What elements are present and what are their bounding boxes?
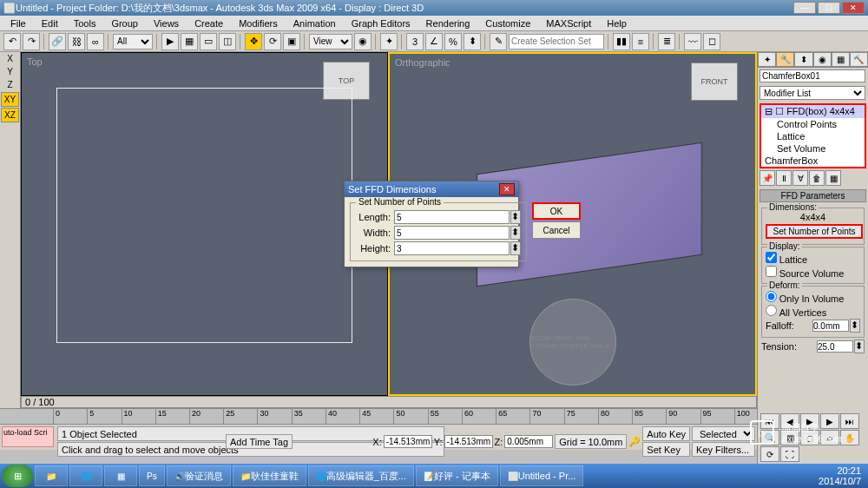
align-button[interactable]: ≡: [632, 33, 649, 50]
menu-views[interactable]: Views: [147, 16, 186, 30]
axis-x[interactable]: X: [0, 52, 20, 65]
stack-chamferbox[interactable]: ChamferBox: [761, 155, 865, 167]
ok-button[interactable]: OK: [532, 202, 581, 220]
axis-xz[interactable]: XZ: [1, 108, 19, 122]
taskbar-browser-icon[interactable]: 🌐: [69, 465, 102, 486]
configure-sets-icon[interactable]: ▦: [825, 170, 841, 186]
axis-y[interactable]: Y: [0, 65, 20, 78]
navigation-wheel[interactable]: ZOOM ORBIT PAN REWIND CENTER WALK: [529, 299, 616, 386]
bind-button[interactable]: ∞: [87, 33, 104, 50]
viewcube-front[interactable]: FRONT: [691, 63, 738, 101]
goto-end-button[interactable]: ⏭: [840, 413, 859, 429]
stack-lattice[interactable]: Lattice: [761, 130, 865, 142]
object-name-field[interactable]: [760, 69, 865, 82]
height-input[interactable]: [394, 241, 510, 255]
key-mode-select[interactable]: Selected: [692, 426, 755, 441]
add-time-tag[interactable]: Add Time Tag: [226, 434, 293, 449]
menu-graph-editors[interactable]: Graph Editors: [345, 16, 418, 30]
select-scale-button[interactable]: ▣: [283, 33, 300, 50]
select-rotate-button[interactable]: ⟳: [264, 33, 281, 50]
key-filters-button[interactable]: Key Filters...: [692, 442, 755, 457]
taskbar-item-4[interactable]: 📝 好评 - 记事本: [416, 465, 498, 486]
taskbar-explorer-icon[interactable]: 📁: [35, 465, 68, 486]
undo-button[interactable]: ↶: [3, 33, 21, 50]
menu-edit[interactable]: Edit: [35, 16, 65, 30]
manipulate-button[interactable]: ✦: [380, 33, 398, 50]
axis-xy[interactable]: XY: [1, 92, 19, 107]
display-tab[interactable]: ▦: [832, 52, 850, 67]
taskbar-photoshop[interactable]: Ps: [139, 465, 165, 486]
pin-stack-icon[interactable]: 📌: [760, 170, 775, 186]
close-button[interactable]: ✕: [842, 2, 865, 14]
stack-set-volume[interactable]: Set Volume: [761, 142, 865, 155]
taskbar-item-2[interactable]: 📁 耿佳佳童鞋: [233, 465, 306, 486]
pivot-center-button[interactable]: ◉: [354, 33, 372, 50]
select-region-button[interactable]: ▭: [200, 33, 217, 50]
length-input[interactable]: [394, 210, 510, 224]
angle-snap-button[interactable]: ∠: [425, 33, 443, 50]
width-input[interactable]: [394, 226, 510, 240]
cancel-button[interactable]: Cancel: [532, 221, 581, 239]
unlink-button[interactable]: ⛓: [68, 33, 85, 50]
menu-maxscript[interactable]: MAXScript: [539, 16, 598, 30]
lock-icon[interactable]: 🔑: [628, 436, 641, 447]
selection-filter[interactable]: All: [113, 34, 153, 49]
taskbar-item-3[interactable]: 🌐 高级编辑器_百度...: [308, 465, 414, 486]
modifier-list-dropdown[interactable]: Modifier List: [760, 86, 865, 100]
edit-named-sel-button[interactable]: ✎: [490, 33, 507, 50]
lattice-checkbox[interactable]: Lattice: [766, 252, 860, 265]
curve-editor-button[interactable]: 〰: [684, 33, 701, 50]
axis-z[interactable]: Z: [0, 78, 20, 91]
width-spin-icon[interactable]: ⬍: [510, 226, 521, 240]
select-object-button[interactable]: ▶: [161, 33, 179, 50]
ffd-parameters-rollout[interactable]: FFD Parameters: [760, 189, 866, 202]
menu-animation[interactable]: Animation: [286, 16, 343, 30]
menu-customize[interactable]: Customize: [478, 16, 537, 30]
dialog-close-button[interactable]: ✕: [499, 183, 515, 195]
stack-control-points[interactable]: Control Points: [761, 118, 865, 130]
percent-snap-button[interactable]: %: [444, 33, 462, 50]
link-button[interactable]: 🔗: [49, 33, 66, 50]
select-by-name-button[interactable]: ▦: [181, 33, 198, 50]
all-vertices-radio[interactable]: All Vertices: [766, 305, 860, 318]
falloff-input[interactable]: [812, 320, 849, 332]
x-coord-input[interactable]: [384, 435, 432, 448]
start-button[interactable]: ⊞: [2, 465, 33, 487]
mirror-button[interactable]: ▮▮: [613, 33, 630, 50]
z-coord-input[interactable]: [504, 435, 553, 448]
falloff-spin-icon[interactable]: ⬍: [850, 319, 860, 333]
minimize-button[interactable]: —: [793, 2, 816, 14]
time-slider[interactable]: 0 / 100: [21, 396, 757, 408]
taskbar-item-1[interactable]: 🔊 验证消息: [167, 465, 231, 486]
window-crossing-button[interactable]: ◫: [219, 33, 236, 50]
viewport-top[interactable]: Top TOP: [21, 52, 388, 396]
taskbar-item-5[interactable]: ⬜ Untitled - Pr...: [500, 465, 584, 486]
utilities-tab[interactable]: 🔨: [850, 52, 868, 67]
redo-button[interactable]: ↷: [23, 33, 40, 50]
autokey-button[interactable]: Auto Key: [642, 426, 690, 441]
min-max-toggle-button[interactable]: ⛶: [780, 446, 799, 462]
snap-toggle-button[interactable]: 3: [406, 33, 424, 50]
maxscript-listener[interactable]: uto-load Scri: [2, 426, 54, 447]
show-end-result-icon[interactable]: Ⅱ: [776, 170, 792, 186]
y-coord-input[interactable]: [444, 435, 493, 448]
stack-ffd[interactable]: ⊟ ☐ FFD(box) 4x4x4: [761, 105, 865, 118]
modify-tab[interactable]: 🔧: [776, 52, 794, 67]
named-selection-set[interactable]: [509, 34, 604, 49]
layer-manager-button[interactable]: ≣: [658, 33, 675, 50]
height-spin-icon[interactable]: ⬍: [510, 241, 521, 255]
motion-tab[interactable]: ◉: [813, 52, 832, 67]
menu-rendering[interactable]: Rendering: [419, 16, 477, 30]
menu-create[interactable]: Create: [187, 16, 230, 30]
only-in-volume-radio[interactable]: Only In Volume: [766, 291, 860, 304]
dialog-title-bar[interactable]: Set FFD Dimensions ✕: [345, 181, 518, 197]
menu-file[interactable]: File: [3, 16, 33, 30]
length-spin-icon[interactable]: ⬍: [510, 210, 521, 224]
tension-spin-icon[interactable]: ⬍: [854, 340, 865, 353]
menu-modifiers[interactable]: Modifiers: [232, 16, 285, 30]
ref-coord-system[interactable]: View: [309, 34, 352, 49]
setkey-button[interactable]: Set Key: [642, 442, 690, 457]
menu-help[interactable]: Help: [600, 16, 634, 30]
set-number-of-points-button[interactable]: Set Number of Points: [766, 224, 863, 239]
maximize-button[interactable]: ☐: [818, 2, 840, 14]
